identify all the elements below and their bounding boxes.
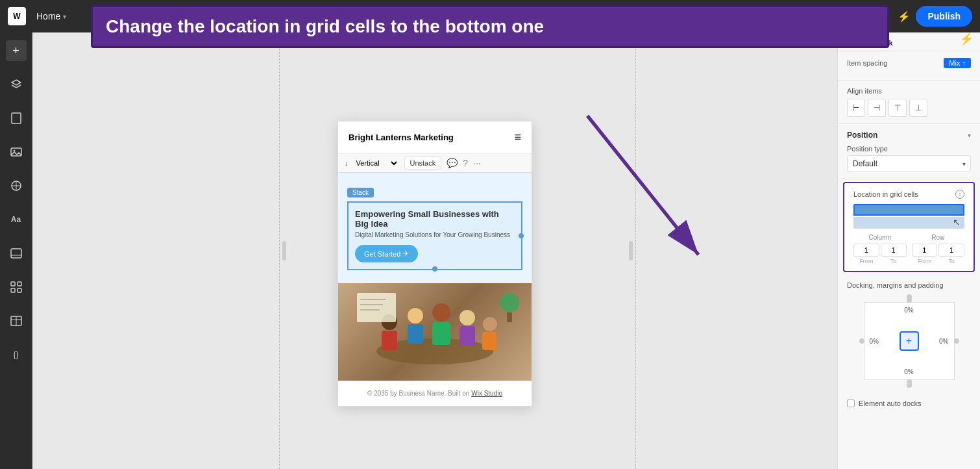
- svg-marker-0: [12, 80, 21, 85]
- sidebar-icon-page[interactable]: [6, 108, 27, 129]
- row-label: Row: [912, 234, 965, 241]
- docking-left-handle[interactable]: [859, 338, 864, 344]
- logo[interactable]: W: [8, 7, 26, 25]
- publish-button[interactable]: Publish: [916, 6, 972, 27]
- row-from-label: From: [918, 258, 931, 264]
- canvas-area: Mobile (750px and below) Bright Lanterns…: [32, 32, 837, 469]
- meeting-image: [338, 283, 532, 381]
- team-meeting-photo: [338, 283, 532, 381]
- dashed-col-left: [279, 32, 280, 469]
- sidebar-icon-layers[interactable]: [6, 74, 27, 95]
- align-buttons-group: ⊢ ⊣ ⊤ ⊥: [847, 99, 971, 117]
- grid-cell-top[interactable]: [853, 204, 964, 216]
- arrow-down-icon: ↓: [345, 159, 349, 167]
- svg-point-31: [500, 293, 519, 312]
- align-justify-button[interactable]: ⊥: [909, 99, 927, 117]
- hero-resize-handle-right[interactable]: [519, 233, 524, 238]
- stack-toolbar: ↓ Vertical Horizontal Unstack 💬 ? ···: [338, 154, 532, 173]
- svg-point-23: [459, 310, 475, 325]
- svg-rect-20: [408, 324, 423, 344]
- wix-studio-link[interactable]: Wix Studio: [471, 390, 502, 397]
- sidebar-icon-image[interactable]: [6, 243, 27, 264]
- main-layout: + Aa {} Mobile (: [0, 32, 980, 469]
- home-nav[interactable]: Home ▾: [31, 8, 71, 24]
- svg-rect-24: [459, 326, 475, 346]
- row-to-input[interactable]: [938, 244, 964, 257]
- svg-rect-22: [432, 322, 450, 345]
- mobile-frame-container: Bright Lanterns Marketing ≡ ↓ Vertical H…: [337, 121, 532, 407]
- svg-rect-18: [382, 331, 397, 350]
- drag-handle-left[interactable]: [282, 241, 286, 260]
- align-right-button[interactable]: ⊤: [888, 99, 907, 117]
- position-type-select-wrapper: Default Fixed Sticky: [847, 155, 971, 172]
- unstack-button[interactable]: Unstack: [404, 157, 442, 170]
- element-auto-docks-label: Element auto docks: [859, 399, 922, 407]
- svg-point-25: [483, 317, 497, 331]
- sidebar-icon-media[interactable]: [6, 142, 27, 162]
- grid-cells-info-icon[interactable]: i: [955, 190, 964, 199]
- grid-cells-title: Location in grid cells: [853, 190, 918, 198]
- align-left-button[interactable]: ⊢: [847, 99, 865, 117]
- position-type-select[interactable]: Default Fixed Sticky: [847, 155, 971, 172]
- chevron-down-icon: ▾: [63, 13, 66, 20]
- hero-subtitle: Digital Marketing Solutions for Your Gro…: [355, 231, 515, 238]
- comment-icon[interactable]: 💬: [447, 158, 458, 168]
- help-icon[interactable]: ?: [463, 158, 468, 168]
- sidebar-icon-components[interactable]: [6, 175, 27, 196]
- site-header: Bright Lanterns Marketing ≡: [338, 121, 532, 154]
- svg-rect-7: [11, 249, 21, 258]
- column-to-label: To: [890, 258, 897, 264]
- sidebar-icon-code[interactable]: {}: [6, 344, 27, 365]
- drag-handle-right[interactable]: [629, 241, 633, 260]
- element-auto-docks-checkbox[interactable]: [847, 399, 855, 407]
- svg-rect-1: [12, 113, 21, 123]
- docking-section: Docking, margins and padding 0% 0% 0% 0%: [838, 275, 980, 394]
- lightning-panel-icon[interactable]: ⚡: [959, 32, 974, 46]
- stack-badge: Stack: [347, 188, 374, 197]
- docking-top-handle[interactable]: [907, 298, 912, 303]
- svg-rect-11: [11, 288, 15, 292]
- position-collapse-icon[interactable]: ▾: [968, 132, 971, 139]
- align-items-label: Align items: [847, 87, 971, 95]
- grid-cell-bottom[interactable]: ↖: [853, 217, 964, 229]
- docking-visual: 0% 0% 0% 0% +: [864, 302, 955, 380]
- align-center-button[interactable]: ⊣: [868, 99, 886, 117]
- item-spacing-value[interactable]: Mix ↑: [944, 58, 971, 68]
- hero-box[interactable]: Empowering Small Businesses with Big Ide…: [347, 201, 522, 270]
- docking-visual-wrapper: 0% 0% 0% 0% +: [864, 294, 955, 388]
- instruction-banner: Change the location in grid cells to the…: [91, 5, 889, 48]
- sidebar-icon-text[interactable]: Aa: [6, 209, 27, 230]
- svg-rect-12: [18, 288, 21, 292]
- column-from-label: From: [859, 258, 873, 264]
- more-options-icon[interactable]: ···: [473, 158, 481, 168]
- svg-rect-27: [357, 293, 396, 322]
- sidebar-icon-table[interactable]: [6, 311, 27, 331]
- sidebar-icon-apps[interactable]: [6, 277, 27, 298]
- docking-percent-bottom: 0%: [904, 368, 913, 375]
- svg-rect-9: [11, 282, 15, 286]
- svg-rect-26: [482, 332, 496, 350]
- docking-percent-left: 0%: [870, 338, 879, 345]
- svg-rect-10: [18, 282, 21, 286]
- hero-resize-handle-bottom[interactable]: [432, 266, 437, 272]
- docking-center-button[interactable]: +: [900, 331, 919, 351]
- column-to-input[interactable]: [881, 244, 907, 257]
- docking-right-handle[interactable]: [954, 338, 959, 344]
- svg-rect-2: [11, 148, 21, 156]
- item-spacing-section: Item spacing Mix ↑: [838, 51, 980, 81]
- sidebar-icon-add[interactable]: +: [6, 40, 27, 61]
- docking-outer-bottom-handle[interactable]: [907, 383, 912, 388]
- docking-percent-right: 0%: [939, 338, 948, 345]
- grid-col-row-inputs: Column From To Row: [853, 234, 964, 264]
- direction-select[interactable]: Vertical Horizontal: [354, 158, 399, 168]
- svg-point-19: [408, 308, 423, 323]
- row-from-input[interactable]: [912, 244, 938, 257]
- site-logo: Bright Lanterns Marketing: [349, 133, 454, 142]
- lightning-icon[interactable]: ⚡: [898, 10, 911, 23]
- column-from-input[interactable]: [853, 244, 879, 257]
- get-started-button[interactable]: Get Started ✈: [355, 245, 418, 262]
- site-footer: © 2035 by Business Name. Built on Wix St…: [338, 381, 532, 406]
- grid-row-section: Row From To: [912, 234, 965, 264]
- hamburger-icon[interactable]: ≡: [514, 131, 521, 144]
- left-sidebar: + Aa {}: [0, 32, 32, 469]
